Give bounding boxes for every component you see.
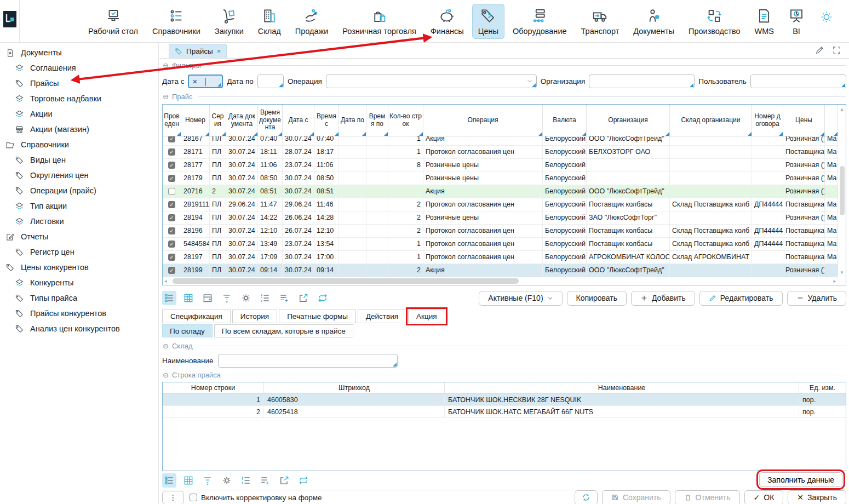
sidebar-item[interactable]: Округления цен bbox=[0, 168, 158, 183]
column-header[interactable]: Проведен bbox=[163, 105, 181, 136]
column-header[interactable]: Время документа bbox=[258, 105, 283, 136]
refresh-button[interactable] bbox=[575, 490, 598, 504]
delete-button[interactable]: Удалить bbox=[787, 291, 846, 306]
table-row[interactable]: 2 46025418 БАТОНЧИК ШОК.НАТС МЕГАБАЙТ 66… bbox=[163, 406, 846, 418]
fill-data-button[interactable]: Заполнить данные bbox=[759, 472, 842, 487]
column-header[interactable]: Ед. изм. bbox=[799, 382, 846, 393]
theme-sun-icon[interactable] bbox=[819, 10, 834, 24]
top-nav-item[interactable]: Розничная торговля bbox=[336, 4, 422, 39]
horizontal-scrollbar[interactable]: ◂▸ bbox=[163, 277, 837, 285]
column-header[interactable]: Номер bbox=[181, 105, 210, 136]
table-row[interactable]: 54845841 ПЛ 30.07.24 13:49 23.07.24 13:5… bbox=[163, 238, 837, 251]
detail-tab[interactable]: Печатные формы bbox=[279, 310, 356, 323]
warehouse-name-input[interactable] bbox=[218, 354, 398, 368]
detail-tab[interactable]: История bbox=[232, 310, 277, 323]
toolbar-button[interactable] bbox=[162, 473, 176, 488]
vertical-scrollbar[interactable]: ▴▾ bbox=[837, 105, 846, 277]
column-header[interactable]: Кол-во строк bbox=[388, 105, 423, 136]
collapse-icon[interactable]: ⊖ bbox=[163, 371, 169, 379]
column-header[interactable]: Цены bbox=[783, 105, 825, 136]
toolbar-button[interactable] bbox=[315, 291, 330, 305]
table-row[interactable]: 28179 ПЛ 30.07.24 08:50 30.07.24 08:50 Р… bbox=[163, 172, 837, 185]
fullscreen-icon[interactable] bbox=[832, 45, 841, 55]
sidebar-item[interactable]: Тип акции bbox=[0, 198, 158, 214]
warehouse-tab[interactable]: По всем складам, которые в прайсе bbox=[214, 324, 353, 337]
row-checkbox[interactable] bbox=[168, 175, 175, 182]
table-row[interactable]: 28197 ПЛ 30.07.24 17:09 30.07.24 17:00 1… bbox=[163, 251, 837, 264]
top-nav-item[interactable]: Финансы bbox=[424, 4, 470, 39]
column-header[interactable]: Время по bbox=[366, 105, 388, 136]
close-button[interactable]: ✕ Закрыть bbox=[788, 490, 846, 504]
toolbar-button[interactable] bbox=[296, 291, 311, 305]
row-checkbox[interactable] bbox=[168, 254, 175, 261]
row-checkbox[interactable] bbox=[168, 162, 175, 169]
column-header[interactable]: Серия bbox=[210, 105, 226, 136]
cancel-button[interactable]: Отменить bbox=[675, 490, 740, 504]
sidebar-item[interactable]: Цены конкурентов bbox=[0, 260, 158, 275]
table-row[interactable]: 20716 2 30.07.24 08:51 30.07.24 08:51 Ак… bbox=[163, 185, 837, 198]
column-header[interactable] bbox=[825, 105, 837, 136]
clear-icon[interactable]: × bbox=[192, 77, 197, 86]
toolbar-button[interactable] bbox=[181, 473, 196, 488]
top-nav-item[interactable]: Оборудование bbox=[507, 4, 573, 39]
toolbar-button[interactable] bbox=[277, 473, 291, 488]
top-nav-item[interactable]: Цены bbox=[472, 4, 504, 39]
sidebar-item[interactable]: Справочники bbox=[0, 137, 158, 152]
scrollbar-thumb[interactable] bbox=[840, 166, 845, 215]
sidebar-item[interactable]: Торговые надбавки bbox=[0, 91, 158, 106]
edit-button[interactable]: Редактировать bbox=[699, 291, 783, 306]
top-nav-item[interactable]: Транспорт bbox=[575, 4, 626, 39]
column-header[interactable]: Дата с bbox=[283, 105, 314, 136]
tab-close-icon[interactable]: × bbox=[217, 47, 221, 55]
row-checkbox[interactable] bbox=[168, 201, 175, 208]
date-from-input[interactable]: × bbox=[188, 75, 223, 88]
active-filter-button[interactable]: Активные (F10) bbox=[479, 291, 562, 306]
column-header[interactable]: Время с bbox=[314, 105, 339, 136]
sidebar-item[interactable]: Прайсы bbox=[0, 76, 158, 91]
top-nav-item[interactable]: Продажи bbox=[289, 4, 335, 39]
app-logo[interactable] bbox=[3, 11, 16, 27]
column-header[interactable]: Дата по bbox=[339, 105, 366, 136]
top-nav-item[interactable]: Производство bbox=[682, 4, 747, 39]
top-nav-item[interactable]: WMS bbox=[749, 4, 780, 39]
adjust-checkbox-row[interactable]: Включить корректировку на форме bbox=[190, 494, 322, 502]
toolbar-button[interactable] bbox=[258, 473, 272, 488]
date-to-input[interactable] bbox=[257, 75, 284, 88]
save-button[interactable]: Сохранить bbox=[602, 490, 670, 504]
table-row[interactable]: 28167 ПЛ 30.07.24 07:40 30.07.24 07:40 1… bbox=[163, 136, 837, 146]
toolbar-button[interactable] bbox=[181, 291, 196, 305]
copy-button[interactable]: Копировать bbox=[567, 291, 627, 306]
column-header[interactable]: Номер строки bbox=[163, 382, 264, 393]
column-header[interactable]: Наименование bbox=[445, 382, 799, 393]
toolbar-button[interactable] bbox=[162, 291, 176, 305]
toolbar-button[interactable] bbox=[220, 473, 234, 488]
table-row[interactable]: 28199 ПЛ 30.07.24 09:14 30.07.24 09:14 2… bbox=[163, 264, 837, 277]
row-checkbox[interactable] bbox=[168, 214, 175, 221]
toolbar-button[interactable] bbox=[220, 291, 234, 305]
chevron-down-icon[interactable] bbox=[526, 78, 533, 84]
toolbar-button[interactable] bbox=[239, 291, 253, 305]
detail-tab[interactable]: Спецификация bbox=[162, 310, 231, 323]
sidebar-item[interactable]: Операции (прайс) bbox=[0, 183, 158, 198]
detail-tab[interactable]: Действия bbox=[358, 310, 406, 323]
user-input[interactable] bbox=[750, 75, 846, 88]
row-checkbox[interactable] bbox=[168, 148, 175, 156]
top-nav-item[interactable]: Закупки bbox=[209, 4, 250, 39]
ok-button[interactable]: ✓ ОК bbox=[744, 490, 784, 504]
sidebar-item[interactable]: Акции (магазин) bbox=[0, 122, 158, 137]
top-nav-item[interactable]: Справочники bbox=[146, 4, 206, 39]
top-nav-item[interactable]: Склад bbox=[252, 4, 287, 39]
table-row[interactable]: 28194 ПЛ 30.07.24 14:22 26.06.24 14:28 2… bbox=[163, 211, 837, 225]
sidebar-item[interactable]: Отчеты bbox=[0, 229, 158, 244]
row-checkbox[interactable] bbox=[168, 188, 175, 195]
sidebar-item[interactable]: Документы bbox=[0, 45, 158, 60]
row-checkbox[interactable] bbox=[168, 240, 175, 248]
column-header[interactable]: Операция bbox=[423, 105, 543, 136]
sidebar-item[interactable]: Соглашения bbox=[0, 60, 158, 76]
collapse-icon[interactable]: ⊖ bbox=[163, 61, 169, 70]
toolbar-button[interactable] bbox=[200, 473, 215, 488]
column-header[interactable]: Штрихкод bbox=[264, 382, 445, 393]
operation-select[interactable] bbox=[326, 75, 537, 88]
tab-prices[interactable]: Прайсы × bbox=[169, 44, 227, 58]
column-header[interactable]: Валюта bbox=[543, 105, 587, 136]
